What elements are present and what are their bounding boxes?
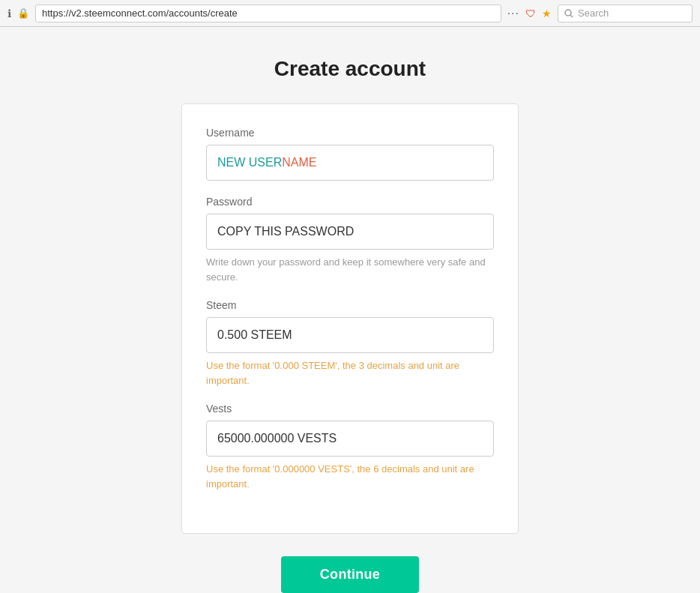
password-label: Password	[206, 196, 494, 208]
url-bar[interactable]: https://v2.steemconnect.com/accounts/cre…	[35, 4, 501, 22]
browser-search-bar[interactable]: Search	[558, 4, 693, 22]
username-label: Username	[206, 127, 494, 139]
search-icon	[564, 9, 573, 18]
menu-dots-icon[interactable]: ···	[507, 7, 519, 20]
username-value-part2: NAME	[282, 156, 316, 169]
steem-hint: Use the format '0.000 STEEM', the 3 deci…	[206, 358, 494, 388]
page-title: Create account	[274, 57, 426, 81]
steem-group: Steem Use the format '0.000 STEEM', the …	[206, 299, 494, 388]
username-input[interactable]: NEW USER NAME	[206, 145, 494, 181]
vests-group: Vests Use the format '0.000000 VESTS', t…	[206, 403, 494, 491]
username-group: Username NEW USER NAME	[206, 127, 494, 181]
password-hint: Write down your password and keep it som…	[206, 255, 494, 284]
url-text: https://v2.steemconnect.com/accounts/cre…	[42, 7, 238, 19]
create-account-form: Username NEW USER NAME Password Write do…	[181, 103, 519, 534]
svg-line-1	[570, 15, 573, 17]
vests-hint: Use the format '0.000000 VESTS', the 6 d…	[206, 462, 494, 491]
search-input-label: Search	[578, 7, 609, 19]
browser-toolbar: ℹ 🔒 https://v2.steemconnect.com/accounts…	[0, 0, 700, 27]
svg-point-0	[565, 10, 571, 16]
steem-input[interactable]	[206, 317, 494, 353]
vests-label: Vests	[206, 403, 494, 415]
continue-button[interactable]: Continue	[281, 556, 419, 593]
lock-icon: 🔒	[17, 7, 29, 19]
info-icon: ℹ	[7, 7, 11, 19]
steem-label: Steem	[206, 299, 494, 311]
password-input[interactable]	[206, 214, 494, 250]
password-group: Password Write down your password and ke…	[206, 196, 494, 284]
username-value-part1: NEW USER	[217, 156, 282, 169]
pocket-icon[interactable]: 🛡	[525, 7, 536, 19]
vests-input[interactable]	[206, 421, 494, 457]
page-content: Create account Username NEW USER NAME Pa…	[0, 27, 700, 593]
bookmark-star-icon[interactable]: ★	[542, 7, 552, 19]
